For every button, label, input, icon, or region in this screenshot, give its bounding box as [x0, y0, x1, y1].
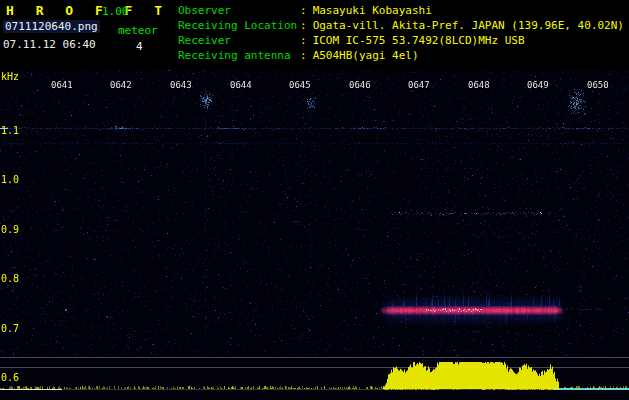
time-label: 0644 — [230, 80, 252, 90]
hrofft-screenshot: H R O F F T 1.00 0711120640.png 07.11.12… — [0, 0, 629, 400]
info-value: A504HB(yagi 4el) — [313, 48, 419, 63]
time-label: 0642 — [110, 80, 132, 90]
time-label: 0649 — [527, 80, 549, 90]
app-title: H R O F F T — [6, 3, 169, 18]
freq-label: 0.8 — [1, 273, 19, 284]
info-separator: : — [300, 3, 307, 18]
freq-label: 0.9 — [1, 224, 19, 235]
info-row-location: Receiving Location : Ogata-vill. Akita-P… — [178, 18, 624, 33]
info-label: Receiving Location — [178, 18, 300, 33]
time-label: 0641 — [51, 80, 73, 90]
time-label: 0643 — [170, 80, 192, 90]
info-label: Receiving antenna — [178, 48, 300, 63]
info-value: Masayuki Kobayashi — [313, 3, 432, 18]
info-value: Ogata-vill. Akita-Pref. JAPAN (139.96E, … — [313, 18, 624, 33]
time-label: 0647 — [408, 80, 430, 90]
meteor-count: 4 — [136, 40, 143, 53]
meteor-mode-label: meteor — [118, 24, 158, 37]
freq-label: 0.7 — [1, 323, 19, 334]
time-label: 0646 — [349, 80, 371, 90]
info-value: ICOM IC-575 53.7492(8LCD)MHz USB — [313, 33, 525, 48]
app-version: 1.00 — [102, 5, 129, 18]
station-info: Observer : Masayuki Kobayashi Receiving … — [178, 3, 624, 63]
info-separator: : — [300, 18, 307, 33]
time-label: 0645 — [289, 80, 311, 90]
freq-unit-label: kHz — [1, 71, 19, 82]
info-row-observer: Observer : Masayuki Kobayashi — [178, 3, 624, 18]
output-filename: 0711120640.png — [3, 20, 100, 33]
info-row-receiver: Receiver : ICOM IC-575 53.7492(8LCD)MHz … — [178, 33, 624, 48]
info-label: Observer — [178, 3, 300, 18]
time-label: 0648 — [468, 80, 490, 90]
header: H R O F F T 1.00 0711120640.png 07.11.12… — [0, 0, 629, 70]
info-separator: : — [300, 48, 307, 63]
time-label: 0650 — [587, 80, 609, 90]
capture-datetime: 07.11.12 06:40 — [3, 38, 96, 51]
freq-label: 1.0 — [1, 174, 19, 185]
freq-label: 1.1 — [1, 125, 19, 136]
spectrogram: kHz 0641 0642 0643 0644 0645 0646 0647 0… — [0, 70, 629, 400]
info-separator: : — [300, 33, 307, 48]
info-row-antenna: Receiving antenna : A504HB(yagi 4el) — [178, 48, 624, 63]
freq-label: 0.6 — [1, 372, 19, 383]
info-label: Receiver — [178, 33, 300, 48]
spectrogram-canvas — [0, 70, 629, 400]
